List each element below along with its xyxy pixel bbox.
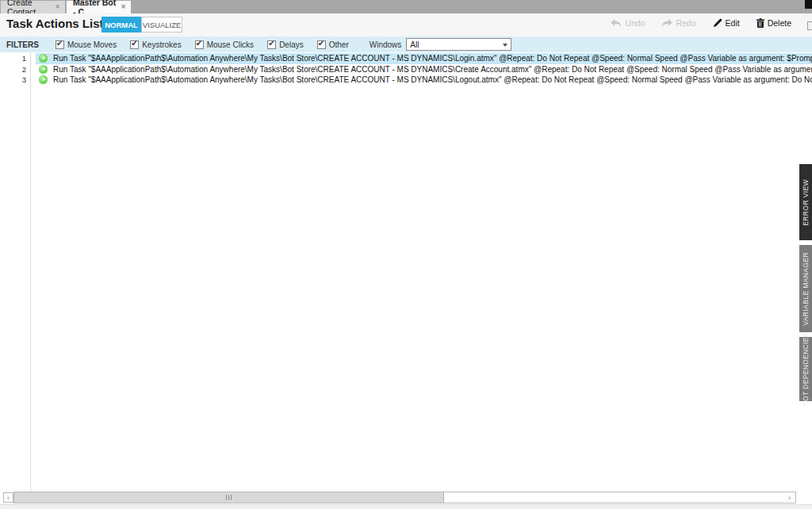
side-tab-label: VARIABLE MANAGER bbox=[802, 252, 810, 326]
window-corner-fragment bbox=[805, 0, 812, 9]
redo-label: Redo bbox=[676, 18, 695, 28]
close-icon[interactable]: ✕ bbox=[116, 4, 126, 10]
undo-label: Undo bbox=[625, 18, 645, 28]
filter-other[interactable]: Other bbox=[317, 40, 349, 49]
side-tab-label: BOT DEPENDENCIES bbox=[802, 332, 810, 406]
redo-button[interactable]: Redo bbox=[661, 18, 695, 28]
status-strip bbox=[0, 504, 812, 509]
tab-master-bot[interactable]: Master Bot - C... ✕ bbox=[67, 1, 131, 13]
play-icon[interactable] bbox=[39, 65, 48, 74]
document-tabbar: Create Contact ✕ Master Bot - C... ✕ bbox=[0, 0, 812, 13]
filter-mouse-moves[interactable]: Mouse Moves bbox=[56, 40, 117, 49]
play-icon[interactable] bbox=[39, 75, 48, 84]
windows-dropdown-value: All bbox=[410, 40, 419, 49]
row-number: 3 bbox=[0, 75, 26, 84]
side-tab-error-view[interactable]: ERROR VIEW bbox=[799, 164, 812, 240]
checkbox-checked-icon[interactable] bbox=[317, 40, 326, 49]
windows-filter-label: Windows bbox=[370, 40, 402, 49]
checkbox-label: Delays bbox=[279, 40, 304, 49]
delete-button[interactable]: Delete bbox=[756, 18, 791, 28]
app-window: Create Contact ✕ Master Bot - C... ✕ Tas… bbox=[0, 0, 812, 509]
side-tab-bot-dependencies[interactable]: BOT DEPENDENCIES bbox=[799, 337, 812, 401]
side-tab-variable-manager[interactable]: VARIABLE MANAGER bbox=[799, 245, 812, 332]
edit-toolbar: Undo Redo Edit bbox=[611, 18, 791, 28]
undo-button[interactable]: Undo bbox=[611, 18, 645, 28]
edit-label: Edit bbox=[726, 18, 740, 28]
filter-keystrokes[interactable]: Keystrokes bbox=[130, 40, 181, 49]
task-actions-list: 1 Run Task "$AAApplicationPath$\Automati… bbox=[0, 52, 812, 492]
checkbox-label: Other bbox=[329, 40, 349, 49]
row-number: 2 bbox=[0, 65, 26, 74]
close-icon[interactable]: ✕ bbox=[50, 4, 60, 10]
windows-dropdown[interactable]: All bbox=[406, 38, 511, 51]
action-command-text: Run Task "$AAApplicationPath$\Automation… bbox=[53, 54, 812, 63]
undo-arrow-icon bbox=[611, 19, 622, 28]
checkbox-label: Mouse Moves bbox=[67, 40, 117, 49]
checkbox-checked-icon[interactable] bbox=[195, 40, 204, 49]
action-row[interactable]: 1 Run Task "$AAApplicationPath$\Automati… bbox=[0, 53, 812, 64]
filter-mouse-clicks[interactable]: Mouse Clicks bbox=[195, 40, 254, 49]
page-title: Task Actions List bbox=[6, 17, 104, 30]
delete-label: Delete bbox=[768, 18, 791, 28]
action-row[interactable]: 3 Run Task "$AAApplicationPath$\Automati… bbox=[0, 75, 812, 86]
chevron-down-icon bbox=[503, 44, 508, 47]
clipboard-icon[interactable] bbox=[807, 21, 812, 30]
checkbox-label: Mouse Clicks bbox=[207, 40, 254, 49]
normal-view-button[interactable]: NORMAL bbox=[102, 17, 141, 33]
checkbox-checked-icon[interactable] bbox=[267, 40, 276, 49]
action-command-text: Run Task "$AAApplicationPath$\Automation… bbox=[53, 75, 812, 84]
row-number: 1 bbox=[0, 54, 26, 63]
action-row[interactable]: 2 Run Task "$AAApplicationPath$\Automati… bbox=[0, 64, 812, 75]
pencil-icon bbox=[713, 18, 722, 28]
scrollbar-thumb[interactable] bbox=[14, 492, 444, 503]
horizontal-scrollbar[interactable]: › bbox=[13, 492, 796, 503]
row-number-separator bbox=[30, 52, 31, 492]
checkbox-checked-icon[interactable] bbox=[56, 40, 64, 49]
visualize-view-button[interactable]: VISUALIZE bbox=[141, 17, 182, 33]
trash-icon bbox=[756, 18, 764, 28]
redo-arrow-icon bbox=[661, 19, 672, 28]
scrollbar-grip-icon bbox=[226, 495, 232, 500]
filters-bar: FILTERS Mouse Moves Keystrokes Mouse Cli… bbox=[0, 36, 812, 52]
edit-button[interactable]: Edit bbox=[713, 18, 740, 28]
tab-create-contact[interactable]: Create Contact ✕ bbox=[1, 1, 65, 13]
checkbox-label: Keystrokes bbox=[142, 40, 181, 49]
scroll-right-button[interactable]: › bbox=[784, 493, 795, 502]
filters-label: FILTERS bbox=[6, 40, 39, 49]
header: Task Actions List NORMAL VISUALIZE Undo … bbox=[0, 13, 812, 36]
action-command-text: Run Task "$AAApplicationPath$\Automation… bbox=[53, 65, 812, 74]
scroll-left-button[interactable]: ‹ bbox=[3, 492, 13, 503]
filter-delays[interactable]: Delays bbox=[267, 40, 304, 49]
side-tab-label: ERROR VIEW bbox=[802, 179, 810, 226]
play-icon[interactable] bbox=[39, 54, 48, 63]
checkbox-checked-icon[interactable] bbox=[130, 40, 139, 49]
